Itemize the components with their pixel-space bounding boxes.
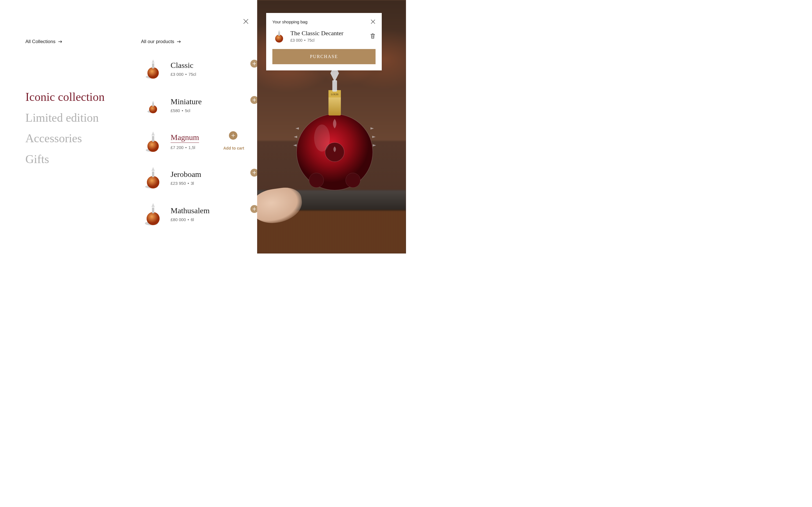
bag-thumb [272, 29, 286, 43]
product-row-mathusalem[interactable]: Mathusalem £80 000•6l [141, 202, 259, 226]
svg-point-45 [275, 35, 283, 43]
svg-marker-27 [293, 144, 297, 147]
svg-rect-23 [152, 208, 154, 213]
svg-marker-28 [294, 136, 297, 138]
product-meta: £3 000•75cl [170, 72, 259, 76]
category-gifts[interactable]: Gifts [26, 149, 127, 170]
svg-text:LOUIS: LOUIS [331, 93, 339, 96]
product-row-magnum[interactable]: Magnum £7 200•1,5l Add to cart [141, 129, 259, 154]
product-meta: £580•5cl [170, 108, 259, 113]
svg-marker-9 [152, 101, 154, 103]
svg-point-44 [314, 124, 330, 152]
add-button[interactable] [229, 131, 238, 140]
svg-rect-18 [152, 172, 154, 177]
product-thumb [141, 166, 165, 190]
arrow-right-icon [177, 40, 181, 43]
product-name: Magnum [170, 133, 199, 143]
svg-marker-24 [151, 203, 155, 207]
product-thumb [141, 57, 165, 81]
svg-point-17 [147, 176, 159, 188]
all-collections-link[interactable]: All Collections [26, 39, 127, 45]
product-thumb [141, 129, 165, 154]
product-row-classic[interactable]: Classic £3 000•75cl [141, 57, 259, 81]
product-meta: £23 950•3l [170, 181, 259, 186]
svg-rect-3 [152, 63, 154, 68]
bag-item: The Classic Decanter £3 000•75cl [272, 29, 375, 43]
bag-title: Your shopping bag [272, 19, 308, 24]
bag-item-name: The Classic Decanter [290, 30, 365, 37]
purchase-button[interactable]: PURCHASE [272, 49, 375, 64]
close-icon[interactable] [370, 19, 375, 24]
product-name: Classic [170, 61, 259, 70]
category-limited-edition[interactable]: Limited edition [26, 108, 127, 128]
svg-point-7 [149, 105, 157, 113]
all-products-link[interactable]: All our products [141, 39, 259, 45]
svg-rect-46 [278, 33, 280, 36]
svg-marker-14 [151, 131, 155, 135]
svg-marker-29 [296, 127, 299, 129]
product-meta: £80 000•6l [170, 217, 259, 222]
svg-rect-13 [152, 136, 154, 142]
product-thumb [141, 202, 165, 226]
arrow-right-icon [58, 40, 62, 43]
all-products-label: All our products [141, 39, 174, 45]
svg-marker-32 [370, 127, 374, 129]
svg-marker-31 [372, 136, 375, 138]
product-row-jeroboam[interactable]: Jeroboam £23 950•3l [141, 166, 259, 190]
svg-marker-19 [151, 167, 155, 171]
product-name: Mathusalem [170, 207, 259, 215]
add-to-cart-label[interactable]: Add to cart [223, 146, 244, 151]
product-row-miniature[interactable]: Miniature £580•5cl [141, 93, 259, 117]
svg-rect-43 [333, 80, 337, 92]
svg-rect-8 [152, 103, 154, 107]
category-iconic-collection[interactable]: Iconic collection [26, 87, 127, 108]
bag-item-meta: £3 000•75cl [290, 38, 365, 43]
decanter-hero-icon: LOUIS [291, 62, 378, 197]
svg-point-12 [147, 140, 159, 152]
close-button[interactable] [243, 18, 249, 25]
svg-marker-47 [278, 30, 280, 33]
all-collections-label: All Collections [26, 39, 56, 45]
svg-marker-30 [373, 144, 376, 147]
svg-point-22 [147, 212, 160, 225]
product-name: Jeroboam [170, 170, 259, 179]
svg-point-2 [147, 67, 159, 78]
category-accessories[interactable]: Accessories [26, 128, 127, 149]
shopping-bag-card: Your shopping bag The Classic Decanter £… [266, 13, 382, 70]
trash-icon[interactable] [370, 33, 375, 39]
svg-marker-4 [152, 59, 154, 63]
product-thumb [141, 93, 165, 117]
product-name: Miniature [170, 98, 259, 106]
product-meta: £7 200•1,5l [170, 145, 259, 150]
